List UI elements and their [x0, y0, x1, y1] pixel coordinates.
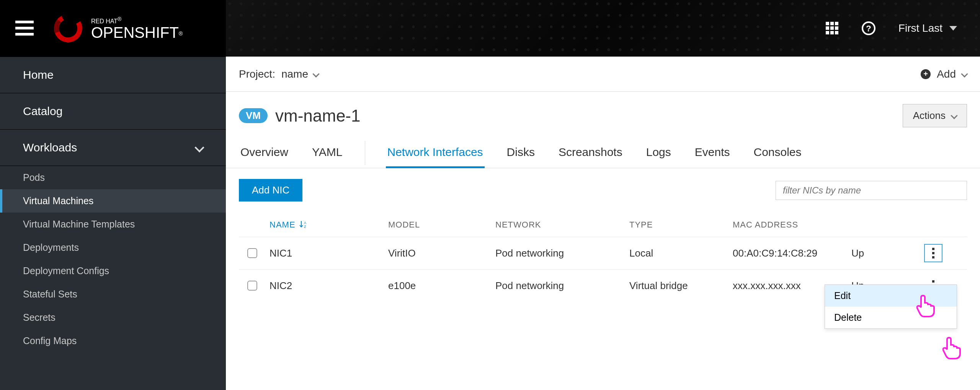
column-header-model[interactable]: MODEL: [388, 220, 492, 230]
tab-divider: [365, 141, 365, 165]
sidebar-item-home[interactable]: Home: [0, 57, 226, 93]
svg-rect-12: [830, 31, 834, 34]
page-title-row: VM vm-name-1 Actions: [226, 92, 980, 138]
cell-network: Pod networking: [495, 280, 626, 292]
help-icon[interactable]: ?: [862, 21, 875, 35]
menu-item-label: Delete: [834, 312, 862, 323]
svg-rect-2: [15, 33, 34, 36]
plus-icon: +: [921, 69, 931, 79]
tab-label: Logs: [646, 146, 671, 158]
sidebar-item-vm-templates[interactable]: Virtual Machine Templates: [0, 213, 226, 236]
sidebar-item-label: Catalog: [23, 105, 62, 117]
vm-badge: VM: [239, 108, 268, 123]
column-header-type[interactable]: TYPE: [629, 220, 729, 230]
filter-input[interactable]: [776, 181, 967, 200]
svg-text:Z: Z: [304, 225, 307, 229]
tab-overview[interactable]: Overview: [239, 138, 290, 168]
column-header-network[interactable]: NETWORK: [495, 220, 626, 230]
tab-consoles[interactable]: Consoles: [752, 138, 803, 168]
sidebar-item-label: Deployment Configs: [23, 265, 109, 276]
apps-grid-icon[interactable]: [826, 22, 839, 35]
user-name: First Last: [898, 22, 942, 34]
tab-label: Disks: [507, 146, 535, 158]
cell-type: Virtual bridge: [629, 280, 729, 292]
sidebar-item-label: Home: [23, 68, 54, 81]
sidebar-item-secrets[interactable]: Secrets: [0, 306, 226, 329]
row-checkbox[interactable]: [247, 281, 257, 291]
page-title: vm-name-1: [275, 106, 361, 125]
svg-rect-7: [835, 22, 838, 25]
sidebar-item-deployments[interactable]: Deployments: [0, 236, 226, 259]
column-header-name[interactable]: NAME AZ: [270, 220, 384, 230]
tab-events[interactable]: Events: [693, 138, 732, 168]
sidebar-item-pods[interactable]: Pods: [0, 166, 226, 189]
actions-button[interactable]: Actions: [903, 104, 967, 127]
chevron-down-icon: [961, 70, 968, 77]
cell-model: ViritIO: [388, 247, 492, 259]
row-checkbox[interactable]: [247, 248, 257, 258]
project-name[interactable]: name: [281, 68, 308, 80]
add-label: Add: [937, 68, 956, 80]
tab-network-interfaces[interactable]: Network Interfaces: [386, 138, 485, 168]
tab-label: Screanshots: [559, 146, 622, 158]
sidebar-item-label: Virtual Machines: [23, 195, 93, 206]
registered-mark: ®: [179, 30, 183, 36]
sidebar: Home Catalog Workloads Pods Virtual Mach…: [0, 57, 226, 390]
cell-mac: 00:A0:C9:14:C8:29: [733, 247, 848, 259]
actions-label: Actions: [913, 110, 946, 122]
openshift-logo-icon: [53, 13, 83, 44]
cell-status: Up: [851, 247, 920, 259]
caret-down-icon: [949, 26, 957, 31]
column-label: NAME: [270, 220, 296, 230]
row-kebab-button[interactable]: [924, 244, 942, 262]
project-label: Project:: [239, 68, 275, 80]
svg-rect-13: [835, 31, 838, 34]
tab-yaml[interactable]: YAML: [310, 138, 344, 168]
menu-item-delete[interactable]: Delete: [825, 307, 957, 328]
user-dropdown[interactable]: First Last: [898, 22, 957, 34]
tab-label: Consoles: [753, 146, 801, 158]
svg-text:?: ?: [866, 24, 871, 33]
sidebar-group-workloads[interactable]: Workloads: [0, 130, 226, 166]
add-button[interactable]: + Add: [921, 68, 967, 80]
svg-rect-1: [15, 27, 34, 29]
hamburger-icon[interactable]: [15, 21, 34, 36]
add-nic-button[interactable]: Add NIC: [239, 179, 302, 202]
tab-label: YAML: [312, 146, 342, 158]
menu-item-label: Edit: [834, 290, 851, 301]
tab-disks[interactable]: Disks: [505, 138, 536, 168]
sidebar-item-label: Workloads: [23, 141, 77, 154]
column-header-mac[interactable]: MAC ADDRESS: [733, 220, 848, 230]
brand-line2: OPENSHIFT: [91, 24, 179, 41]
chevron-down-icon: [194, 143, 204, 152]
sidebar-item-virtual-machines[interactable]: Virtual Machines: [0, 189, 226, 213]
cell-type: Local: [629, 247, 729, 259]
cell-name: NIC2: [270, 280, 384, 292]
sidebar-item-label: Virtual Machine Templates: [23, 219, 135, 229]
tabs: Overview YAML Network Interfaces Disks S…: [226, 138, 980, 168]
svg-rect-8: [826, 26, 829, 30]
sidebar-item-catalog[interactable]: Catalog: [0, 93, 226, 130]
tab-label: Overview: [240, 146, 288, 158]
row-actions-menu: Edit Delete: [825, 284, 957, 329]
masthead-right: ? First Last: [826, 21, 957, 35]
brand-text: RED HAT® OPENSHIFT®: [91, 16, 183, 40]
brand: RED HAT® OPENSHIFT®: [53, 13, 183, 44]
svg-rect-0: [15, 21, 34, 23]
main-content: Project: name + Add VM vm-name-1 Actions…: [226, 57, 980, 390]
sidebar-item-label: Pods: [23, 172, 45, 183]
menu-item-edit[interactable]: Edit: [825, 285, 957, 307]
registered-mark: ®: [118, 16, 121, 22]
svg-text:A: A: [304, 221, 307, 225]
chevron-down-icon[interactable]: [312, 70, 319, 77]
svg-rect-11: [826, 31, 829, 34]
tab-screenshots[interactable]: Screanshots: [557, 138, 624, 168]
sidebar-item-label: Deployments: [23, 242, 79, 253]
sidebar-item-config-maps[interactable]: Config Maps: [0, 329, 226, 353]
tab-logs[interactable]: Logs: [645, 138, 673, 168]
table-header: NAME AZ MODEL NETWORK TYPE MAC ADDRESS: [239, 213, 967, 237]
sidebar-item-deployment-configs[interactable]: Deployment Configs: [0, 259, 226, 283]
toolbar: Add NIC: [226, 168, 980, 205]
sidebar-item-stateful-sets[interactable]: Stateful Sets: [0, 283, 226, 306]
svg-rect-5: [826, 22, 829, 25]
